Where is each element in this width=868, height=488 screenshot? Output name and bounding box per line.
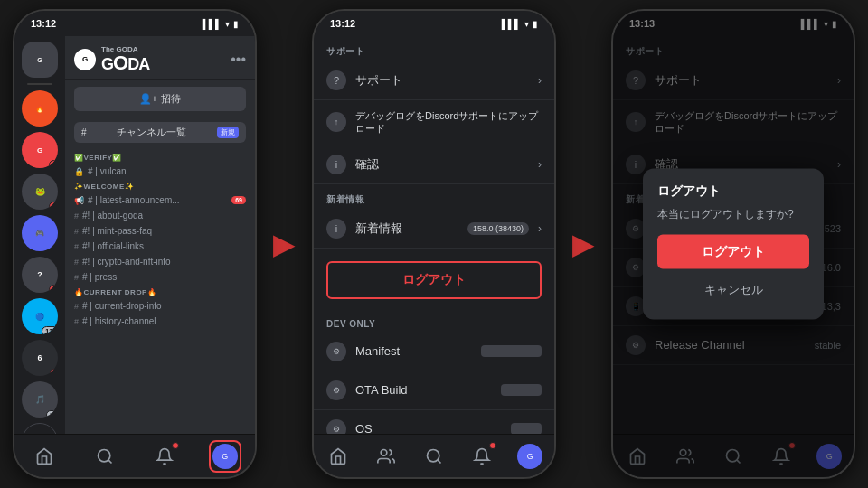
new-info-item[interactable]: i 新着情報 158.0 (38430) ›: [314, 210, 554, 249]
channel-hash-6: #: [74, 273, 79, 282]
logout-modal: ログアウト 本当にログアウトしますか? ログアウト キャンセル: [643, 169, 824, 320]
modal-title: ログアウト: [657, 183, 809, 200]
channel-hash-4: #: [74, 242, 79, 251]
server-icon-2[interactable]: G 1: [22, 132, 58, 168]
server-icon-1[interactable]: 🔥: [22, 90, 58, 127]
debug-log-text: デバッグログをDiscordサポートにアップロード: [355, 109, 542, 136]
channel-hash-5: #: [74, 258, 79, 267]
nav-profile-2[interactable]: G: [514, 440, 546, 473]
time-1: 13:12: [31, 18, 56, 29]
channel-vulcan[interactable]: 🔒 # | vulcan: [65, 164, 255, 179]
bell-badge-2: [489, 442, 496, 449]
upload-icon: ↑: [326, 112, 346, 132]
nav-search[interactable]: [89, 440, 121, 473]
more-icon[interactable]: •••: [231, 52, 246, 68]
category-welcome: ✨WELCOME✨: [65, 179, 255, 192]
svg-point-2: [381, 449, 387, 455]
settings-screen: サポート ? サポート › ↑ デバッグログをDiscordサポートにアップロー…: [314, 36, 554, 434]
channel-history[interactable]: # # | history-channel: [65, 314, 255, 329]
svg-point-3: [427, 449, 439, 461]
channel-mint-pass-faq[interactable]: # #! | mint-pass-faq: [65, 223, 255, 239]
manifest-text: Manifest: [355, 344, 472, 358]
channel-about-goda[interactable]: # #! | about-goda: [65, 208, 255, 223]
chevron-info: ›: [538, 222, 542, 235]
phone-2: 13:12 ▌▌▌ ▾ ▮ サポート ? サポート › ↑: [312, 9, 556, 479]
signal-icon: ▌▌▌: [203, 19, 222, 29]
confirm-item[interactable]: i 確認 ›: [314, 145, 554, 184]
support-section-label: サポート: [314, 36, 554, 61]
manifest-item[interactable]: ⚙ Manifest ••••••••••: [314, 333, 554, 371]
svg-point-0: [98, 449, 109, 461]
modal-text: 本当にログアウトしますか?: [657, 207, 809, 222]
debug-log-item[interactable]: ↑ デバッグログをDiscordサポートにアップロード: [314, 100, 554, 145]
new-badge: 新規: [217, 127, 239, 138]
goda-logo-icon: G: [74, 49, 96, 70]
lock-icon: 🔒: [74, 167, 84, 176]
server-icon-7[interactable]: 6 6: [22, 340, 58, 376]
channel-list-button[interactable]: # チャンネル一覧 新規: [74, 122, 246, 143]
chevron-support: ›: [538, 74, 542, 87]
invite-label: 招待: [161, 92, 181, 106]
channel-crypto-nft[interactable]: # #! | crypto-and-nft-info: [65, 254, 255, 269]
support-item[interactable]: ? サポート ›: [314, 61, 554, 100]
chevron-confirm: ›: [538, 158, 542, 171]
nav-home[interactable]: [28, 440, 61, 473]
version-badge: 158.0 (38430): [467, 222, 529, 235]
support-text: サポート: [355, 72, 529, 89]
manifest-value: ••••••••••: [481, 345, 542, 357]
nav-bell-2[interactable]: [466, 440, 498, 473]
channel-hash-1: 📢: [74, 196, 84, 205]
nav-home-2[interactable]: [322, 440, 354, 473]
profile-avatar: G: [212, 444, 238, 469]
server-icon-8[interactable]: 🎵 56: [22, 381, 58, 418]
server-icon-6[interactable]: 🔵 112: [22, 298, 58, 334]
modal-cancel-btn[interactable]: キャンセル: [657, 275, 809, 305]
nav-search-2[interactable]: [418, 440, 450, 473]
server-icon-3[interactable]: 🐸 1: [22, 174, 58, 210]
nav-friends-2[interactable]: [370, 440, 402, 473]
os-icon-2: ⚙: [326, 419, 346, 434]
wifi-icon: ▾: [225, 19, 230, 29]
new-info-text: 新着情報: [355, 221, 458, 237]
confirm-text: 確認: [355, 156, 529, 173]
channels-scroll: ✅VERIFY✅ 🔒 # | vulcan ✨WELCOME✨ 📢 # | la…: [65, 146, 255, 434]
channel-press[interactable]: # # | press: [65, 269, 255, 285]
channel-official-links[interactable]: # #! | official-links: [65, 239, 255, 254]
nav-bell[interactable]: [148, 440, 181, 473]
invite-button[interactable]: 👤+ 招待: [74, 87, 246, 111]
os-item-2[interactable]: ⚙ OS ••••: [314, 410, 554, 434]
server-sidebar: G 🔥 G 1 🐸 1 🎮 ? 1 🔵: [14, 36, 65, 434]
status-bar-1: 13:12 ▌▌▌ ▾ ▮: [14, 11, 255, 36]
ota-value-2: ••••••: [501, 384, 542, 396]
server-icon-4[interactable]: 🎮: [22, 215, 58, 251]
goda-logo-text: The GODA GODA: [101, 45, 149, 73]
os-text-2: OS: [355, 422, 502, 434]
server-icon-5[interactable]: ? 1: [22, 257, 58, 293]
channel-hash-8: #: [74, 317, 79, 326]
goda-logo: G The GODA GODA •••: [74, 45, 246, 73]
ota-icon-2: ⚙: [326, 380, 346, 400]
unread-badge-1: 69: [231, 196, 246, 204]
channel-current-drop[interactable]: # # | current-drop-info: [65, 298, 255, 314]
channel-list-icon: #: [81, 127, 87, 137]
logout-button-outlined[interactable]: ログアウト: [326, 261, 542, 299]
bottom-nav-1: G: [14, 434, 255, 477]
time-2: 13:12: [330, 18, 355, 29]
server-icon-goda[interactable]: G: [22, 42, 58, 78]
new-info-section-label: 新着情報: [314, 184, 554, 210]
ota-build-item-2[interactable]: ⚙ OTA Build ••••••: [314, 371, 554, 410]
modal-logout-confirm-btn[interactable]: ログアウト: [657, 235, 809, 269]
info-icon: i: [326, 155, 346, 174]
channel-hash-7: #: [74, 302, 79, 311]
nav-profile[interactable]: G: [209, 440, 241, 473]
channel-sidebar: G The GODA GODA ••• 👤+ 招待 # チャンネル一覧: [65, 36, 255, 434]
server-divider: [27, 83, 52, 85]
channel-hash-2: #: [74, 211, 79, 221]
arrow-1: ▶: [273, 227, 296, 261]
os-value-2: ••••: [511, 423, 542, 434]
server-icon-goda-bottom[interactable]: G: [22, 423, 58, 434]
phone-3: 13:13 ▌▌▌ ▾ ▮ サポート ? サポート › ↑: [611, 9, 855, 479]
channel-announcements[interactable]: 📢 # | latest-announcem... 69: [65, 192, 255, 208]
ota-text-2: OTA Build: [355, 383, 492, 397]
category-verify: ✅VERIFY✅: [65, 150, 255, 164]
